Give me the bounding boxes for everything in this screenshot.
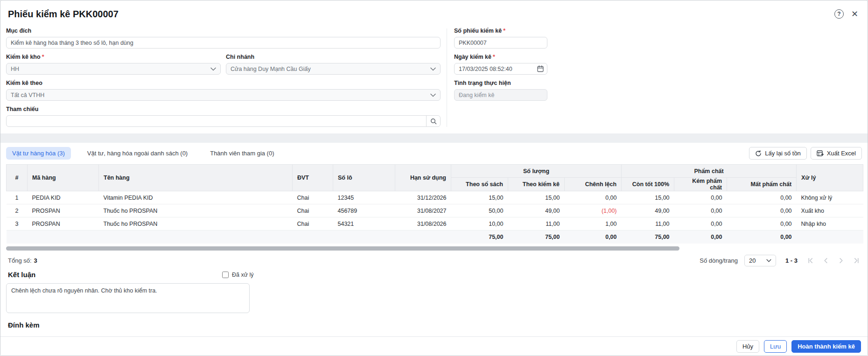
table-cell: 0,00 xyxy=(727,191,797,204)
tab-vat-tu-hang-hoa[interactable]: Vật tư hàng hóa (3) xyxy=(6,147,71,160)
table-cell: Xuất kho xyxy=(797,204,863,217)
items-table: #Mã hàngTên hàngĐVTSố lôHạn sử dụngSố lư… xyxy=(6,164,863,244)
total-cell xyxy=(293,230,333,244)
page-range: 1 - 3 xyxy=(785,257,798,264)
chevron-down-icon xyxy=(210,67,216,71)
purpose-input[interactable] xyxy=(6,37,441,49)
table-cell: Nhập kho xyxy=(797,217,863,230)
table-cell: 15,00 xyxy=(451,191,508,204)
horizontal-scrollbar xyxy=(6,246,862,251)
help-icon[interactable]: ? xyxy=(834,9,844,19)
table-cell: 15,00 xyxy=(508,191,565,204)
prev-page-icon[interactable] xyxy=(822,257,829,264)
total-count-label: Tổng số: xyxy=(8,257,32,264)
check-date-input[interactable] xyxy=(454,63,547,75)
table-cell: 10,00 xyxy=(451,217,508,230)
next-page-icon[interactable] xyxy=(838,257,845,264)
col-header: Mất phẩm chất xyxy=(727,178,797,191)
form-column-divider xyxy=(447,28,447,127)
table-cell: 0,00 xyxy=(727,204,797,217)
chevron-down-icon xyxy=(430,67,436,71)
check-by-select[interactable]: Tất cả VTHH xyxy=(6,89,441,101)
check-by-label: Kiểm kê theo xyxy=(6,80,441,86)
complete-button[interactable]: Hoàn thành kiểm kê xyxy=(791,340,861,353)
table-cell: 0,00 xyxy=(674,204,727,217)
inventory-check-modal: Phiếu kiểm kê PKK00007 ? ✕ Mục đích Kiểm… xyxy=(0,0,868,356)
tab-vat-tu-ngoai-danh-sach[interactable]: Vật tư, hàng hóa ngoài danh sách (0) xyxy=(81,147,194,160)
table-cell: 2 xyxy=(7,204,28,217)
first-page-icon[interactable] xyxy=(807,257,814,264)
section-divider xyxy=(0,133,868,143)
rows-per-page-select[interactable]: 20 xyxy=(744,255,776,266)
table-cell: 50,00 xyxy=(451,204,508,217)
conclusion-textarea[interactable]: Chênh lệch chưa rõ nguyên nhân. Chờ thủ … xyxy=(6,283,250,313)
col-header: Còn tốt 100% xyxy=(622,178,674,191)
total-cell: 75,00 xyxy=(622,230,674,244)
col-header: Số lô xyxy=(333,165,395,191)
tab-thanh-vien-tham-gia[interactable]: Thành viên tham gia (0) xyxy=(204,147,280,160)
total-cell xyxy=(333,230,395,244)
table-cell: 31/08/2027 xyxy=(395,204,451,217)
table-cell: 0,00 xyxy=(674,217,727,230)
table-cell: 15,00 xyxy=(622,191,674,204)
table-cell: Chai xyxy=(293,204,333,217)
total-cell xyxy=(99,230,293,244)
reference-input[interactable] xyxy=(6,115,441,127)
total-cell: 0,00 xyxy=(565,230,622,244)
table-cell: Không xử lý xyxy=(797,191,863,204)
form-area: Mục đích Kiểm kê kho* HH Chi nhánh xyxy=(0,22,868,133)
table-cell: 11,00 xyxy=(508,217,565,230)
table-cell: 49,00 xyxy=(622,204,674,217)
export-excel-button[interactable]: Xuất Excel xyxy=(811,147,862,160)
table-row[interactable]: 2PROSPANThuốc ho PROSPANChai45678931/08/… xyxy=(7,204,863,217)
processed-checkbox[interactable] xyxy=(222,272,229,278)
cancel-button[interactable]: Hủy xyxy=(736,340,759,353)
required-mark: * xyxy=(503,28,505,34)
table-cell: 12345 xyxy=(333,191,395,204)
table-row[interactable]: 3PROSPANThuốc ho PROSPANChai5432131/08/2… xyxy=(7,217,863,230)
col-header: Xử lý xyxy=(797,165,863,191)
table-cell: 1,00 xyxy=(565,217,622,230)
col-header: Hạn sử dụng xyxy=(395,165,451,191)
last-page-icon[interactable] xyxy=(853,257,860,264)
table-cell: 31/12/2026 xyxy=(395,191,451,204)
calendar-icon[interactable] xyxy=(537,65,544,72)
page-title: Phiếu kiểm kê PKK00007 xyxy=(8,9,834,20)
table-cell: (1,00) xyxy=(565,204,622,217)
total-cell xyxy=(28,230,99,244)
warehouse-select[interactable]: HH xyxy=(6,63,221,75)
refresh-icon xyxy=(755,150,762,157)
group-header-quality: Phẩm chất xyxy=(622,165,797,178)
table-cell: 54321 xyxy=(333,217,395,230)
table-cell: PROSPAN xyxy=(28,204,99,217)
branch-select[interactable]: Cửa hàng Duy Mạnh Cầu Giấy xyxy=(226,63,441,75)
table-cell: 0,00 xyxy=(674,191,727,204)
table-cell: Chai xyxy=(293,191,333,204)
modal-header: Phiếu kiểm kê PKK00007 ? ✕ xyxy=(0,0,868,22)
sheet-number-input[interactable] xyxy=(454,37,547,49)
close-icon[interactable]: ✕ xyxy=(851,10,858,18)
reload-stock-button[interactable]: Lấy lại số tồn xyxy=(749,147,807,160)
col-header: Theo sổ sách xyxy=(451,178,508,191)
search-icon[interactable] xyxy=(426,115,441,127)
attachment-heading: Đính kèm xyxy=(0,314,868,329)
purpose-label: Mục đích xyxy=(6,28,441,34)
conclusion-row: Kết luận Đã xử lý xyxy=(0,266,868,279)
table-row[interactable]: 1PEDIA KIDVitamin PEDIA KIDChai1234531/1… xyxy=(7,191,863,204)
processed-checkbox-label[interactable]: Đã xử lý xyxy=(232,272,254,278)
rows-per-page-label: Số dòng/trang xyxy=(700,257,738,264)
total-cell xyxy=(395,230,451,244)
items-table-wrap: #Mã hàngTên hàngĐVTSố lôHạn sử dụngSố lư… xyxy=(0,164,868,244)
total-cell: 0,00 xyxy=(727,230,797,244)
scrollbar-thumb[interactable] xyxy=(6,246,679,251)
table-cell: 1 xyxy=(7,191,28,204)
table-cell: 456789 xyxy=(333,204,395,217)
branch-label: Chi nhánh xyxy=(226,54,441,60)
total-cell: 0,00 xyxy=(674,230,727,244)
table-cell: Chai xyxy=(293,217,333,230)
save-button[interactable]: Lưu xyxy=(764,340,787,353)
table-cell: 0,00 xyxy=(727,217,797,230)
group-header-quantity: Số lượng xyxy=(451,165,622,178)
list-footer: Tổng số: 3 Số dòng/trang 20 1 - 3 xyxy=(0,251,868,266)
table-cell: PEDIA KID xyxy=(28,191,99,204)
